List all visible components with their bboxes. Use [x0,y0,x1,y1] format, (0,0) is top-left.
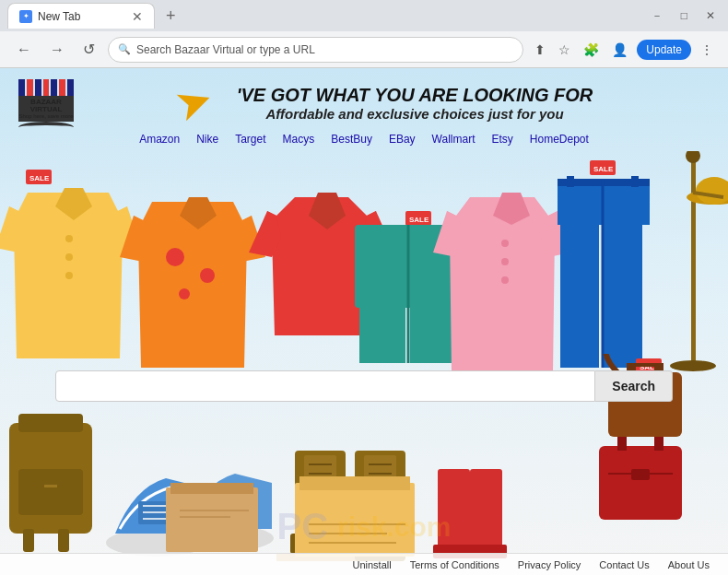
svg-point-32 [501,276,509,284]
reload-button[interactable]: ↺ [77,37,100,62]
menu-icon[interactable]: ⋮ [697,39,717,61]
svg-rect-37 [604,220,642,368]
svg-rect-56 [654,437,663,451]
svg-point-30 [501,240,509,247]
browser-tab[interactable]: ✦ New Tab ✕ [7,3,155,29]
address-text: Search Bazaar Virtual or type a URL [136,43,513,56]
svg-marker-26 [447,197,558,372]
search-button[interactable]: Search [595,370,673,402]
new-tab-button[interactable]: + [166,6,176,26]
svg-point-15 [179,288,190,299]
svg-point-31 [501,258,509,265]
svg-marker-9 [134,202,252,368]
nav-macys[interactable]: Macys [283,133,315,146]
nav-bar: ← → ↺ 🔍 Search Bazaar Virtual or type a … [0,31,728,68]
footer-contact[interactable]: Contact Us [599,559,649,570]
svg-rect-55 [617,437,627,451]
share-icon[interactable]: ⬆ [531,39,549,61]
svg-point-7 [65,253,73,261]
svg-rect-75 [166,487,258,552]
svg-rect-76 [170,483,253,494]
svg-rect-41 [631,176,639,187]
stripe-2 [27,79,33,96]
bookmark-icon[interactable]: ☆ [555,39,574,61]
svg-rect-40 [567,176,574,187]
logo-area: BAZAAR VIRTUAL Shop here, save more [18,79,74,133]
tab-favicon: ✦ [19,10,32,23]
stripe-3 [35,79,41,96]
footer-terms[interactable]: Terms of Conditions [410,559,499,570]
lock-icon: 🔍 [118,43,131,55]
svg-rect-42 [691,151,696,368]
svg-rect-103 [470,469,502,552]
nav-homedepot[interactable]: HomeDepot [530,133,589,146]
svg-rect-58 [631,469,650,480]
svg-point-8 [65,272,73,279]
shoes-illustration [0,395,590,561]
stripe-4 [43,79,50,96]
svg-text:SALE: SALE [29,174,50,182]
nav-nike[interactable]: Nike [196,133,218,146]
svg-point-6 [65,235,73,242]
svg-rect-64 [44,485,57,487]
svg-rect-63 [18,469,83,515]
svg-point-44 [686,151,700,163]
footer-uninstall[interactable]: Uninstall [352,559,391,570]
nav-bestbuy[interactable]: BestBuy [331,133,372,146]
page-footer: Uninstall Terms of Conditions Privacy Po… [0,553,728,575]
svg-rect-36 [560,220,599,368]
footer-privacy[interactable]: Privacy Policy [518,559,581,570]
stripe-1 [18,79,25,96]
logo-text-top: BAZAAR VIRTUAL [18,99,74,113]
maximize-button[interactable]: □ [675,7,693,24]
svg-text:SALE: SALE [593,165,614,173]
svg-rect-61 [23,529,34,552]
profile-icon[interactable]: 👤 [608,39,631,61]
nav-ebay[interactable]: EBay [389,133,416,146]
svg-rect-24 [410,289,456,363]
window-controls: － □ ✕ [646,6,721,26]
headline-sub: Affordable and exclusive choices just fo… [120,106,710,122]
search-input[interactable] [55,370,595,402]
svg-rect-60 [18,414,83,432]
footer-about[interactable]: About Us [668,559,710,570]
extensions-icon[interactable]: 🧩 [580,39,603,61]
close-button[interactable]: ✕ [700,7,721,24]
svg-text:SALE: SALE [409,216,429,224]
stripe-5 [51,79,57,96]
headline-main: 'VE GOT WHAT YOU ARE LOOKING FOR [120,85,710,106]
page-content: BAZAAR VIRTUAL Shop here, save more ➤ 'V… [0,68,728,575]
nav-etsy[interactable]: Etsy [491,133,512,146]
logo-text-bottom: Shop here, save more [18,113,74,119]
svg-rect-53 [636,363,654,367]
clothes-illustration: SALE [0,151,728,372]
logo-stripes [18,79,74,96]
minimize-button[interactable]: － [646,6,668,26]
logo-arch [18,122,74,133]
stripe-6 [59,79,65,96]
browser-frame: ✦ New Tab ✕ + － □ ✕ ← → ↺ 🔍 Search Bazaa… [0,0,728,575]
logo-box: BAZAAR VIRTUAL Shop here, save more [18,96,74,122]
update-button[interactable]: Update [637,40,691,60]
svg-rect-54 [599,446,682,520]
nav-wallmart[interactable]: Wallmart [432,133,476,146]
store-nav: Amazon Nike Target Macys BestBuy EBay Wa… [0,133,728,146]
nav-icons: ⬆ ☆ 🧩 👤 Update ⋮ [531,39,717,61]
shoes-svg [0,395,590,561]
svg-rect-23 [359,289,405,363]
nav-target[interactable]: Target [235,133,265,146]
stripe-7 [67,79,74,96]
svg-rect-97 [299,476,410,490]
svg-rect-62 [58,529,69,552]
svg-point-13 [166,248,184,266]
tab-title: New Tab [38,10,80,23]
svg-rect-101 [438,469,470,552]
address-bar[interactable]: 🔍 Search Bazaar Virtual or type a URL [108,37,523,63]
forward-button[interactable]: → [44,38,70,62]
headline-area: 'VE GOT WHAT YOU ARE LOOKING FOR Afforda… [120,85,710,122]
back-button[interactable]: ← [11,38,37,62]
tab-close-button[interactable]: ✕ [132,9,143,24]
clothes-svg: SALE [0,151,728,372]
nav-amazon[interactable]: Amazon [139,133,180,146]
svg-point-14 [200,268,215,283]
